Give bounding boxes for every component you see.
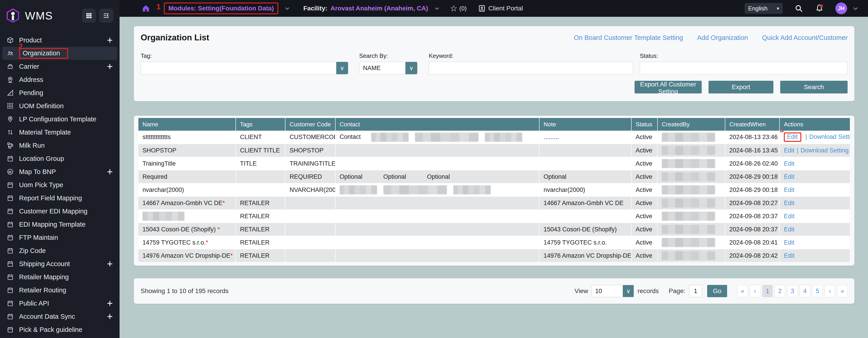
expand-plus-icon[interactable]: +	[107, 258, 113, 270]
expand-plus-icon[interactable]: +	[107, 166, 113, 177]
pager-page-2[interactable]: 2	[775, 285, 785, 297]
cell-customer-code	[285, 236, 335, 249]
page-size-select[interactable]: 10 ∨	[592, 285, 634, 297]
pager-arrow[interactable]: ›	[825, 285, 835, 297]
sidebar-item-zip-code[interactable]: Zip Code	[0, 244, 120, 257]
sidebar-item-carrier[interactable]: Carrier+	[0, 60, 120, 73]
expand-plus-icon[interactable]: +	[107, 61, 113, 72]
action-link-edit[interactable]: Edit	[784, 226, 795, 233]
filters-card: Organization List On Board Customer Temp…	[134, 26, 855, 101]
sidebar-item-pick-pack-guideline[interactable]: Pick & Pack guideline	[0, 323, 120, 336]
action-link-edit[interactable]: Edit	[784, 213, 795, 220]
sidebar-item-map-to-bnp[interactable]: Map To BNP+	[0, 165, 120, 178]
sidebar-item-organization[interactable]: Organization2	[2, 47, 117, 60]
facility-chevron-icon[interactable]	[434, 5, 440, 11]
cell-status: Active	[631, 223, 657, 236]
sidebar-item-material-template[interactable]: Material Template	[0, 126, 120, 139]
search-button[interactable]: Search	[780, 81, 847, 93]
home-icon[interactable]	[142, 4, 150, 12]
link-onboard-customer-template-setting[interactable]: On Board Customer Template Setting	[574, 34, 683, 41]
pager-page-3[interactable]: 3	[787, 285, 798, 297]
cell-createdwhen: 2024-08-16 13:45	[725, 144, 780, 157]
cell-createdwhen: 2024-09-08 20:37	[725, 223, 780, 236]
sidebar-item-customer-edi-mapping[interactable]: Customer EDI Mapping	[0, 205, 120, 218]
action-link-edit[interactable]: Edit	[784, 252, 795, 259]
tag-select-chevron-icon[interactable]: ∨	[336, 62, 348, 74]
sidebar-item-lp-configuration-template[interactable]: LP Configuration Template	[0, 113, 120, 126]
sidebar-item-retailer-routing[interactable]: Retailer Routing	[0, 283, 120, 297]
modules-dropdown[interactable]: Modules: Setting(Foundation Data)	[164, 2, 278, 14]
pager-arrow[interactable]: ‹	[750, 285, 760, 297]
sidebar-item-account-data-sync[interactable]: Account Data Sync+	[0, 310, 120, 323]
pager-page-5[interactable]: 5	[812, 285, 823, 297]
action-link-edit[interactable]: Edit	[784, 199, 795, 207]
sidebar-item-address[interactable]: Address	[0, 73, 120, 86]
language-select[interactable]: English ▾	[745, 3, 783, 14]
cell-contact: OptionalOptionalOptional	[335, 170, 539, 183]
action-link-edit[interactable]: Edit	[784, 239, 795, 246]
pager-page-1[interactable]: 1	[762, 285, 773, 297]
action-link-download-setting[interactable]: Download Setting	[801, 147, 849, 154]
page-number-input[interactable]	[689, 285, 702, 297]
column-header-contact: Contact	[335, 118, 539, 131]
cell-createdwhen: 2024-08-26 02:40	[725, 157, 780, 170]
cell-createdby	[657, 196, 725, 210]
page-label: Page:	[669, 287, 685, 295]
page-size-chevron-icon[interactable]: ∨	[623, 285, 633, 297]
account-chevron-icon[interactable]	[852, 5, 859, 12]
sidebar-item-uom-pick-type[interactable]: Uom Pick Type	[0, 178, 120, 191]
export-all-customer-setting-button[interactable]: Export All Customer Setting	[634, 81, 702, 93]
link-quick-add-account-customer[interactable]: Quick Add Account/Customer	[762, 34, 847, 41]
pager-arrow[interactable]: »	[837, 285, 847, 297]
client-portal-button[interactable]: Client Portal	[478, 4, 523, 12]
action-link-edit[interactable]: Edit	[787, 133, 798, 140]
cell-status: Active	[631, 131, 657, 144]
export-button[interactable]: Export	[709, 81, 773, 93]
pager-arrow[interactable]: «	[737, 285, 748, 297]
go-button[interactable]: Go	[707, 285, 727, 297]
tag-select[interactable]: ∨	[141, 62, 348, 74]
sidebar-item-ftp-maintain[interactable]: FTP Maintain	[0, 231, 120, 244]
apps-grid-button[interactable]	[82, 9, 96, 23]
sidebar-item-retailer-mapping[interactable]: Retailer Mapping	[0, 270, 120, 283]
sidebar-item-edi-mapping-template[interactable]: EDI Mapping Template	[0, 218, 120, 231]
calendar-icon	[6, 182, 14, 188]
sidebar-item-milk-run[interactable]: Milk Run	[0, 139, 120, 152]
sidebar-item-pending[interactable]: Pending	[0, 86, 120, 99]
favorites-star-icon[interactable]: ☆	[450, 4, 458, 13]
language-value: English	[748, 5, 768, 12]
facility-value[interactable]: Arovast Anaheim (Anaheim, CA)	[331, 5, 428, 12]
status-input[interactable]	[640, 62, 847, 74]
avatar[interactable]: JH	[835, 2, 847, 14]
sidebar-item-label: FTP Maintain	[19, 234, 58, 241]
action-link-download-setting[interactable]: Download Setting	[809, 133, 850, 140]
expand-plus-icon[interactable]: +	[107, 298, 113, 309]
sidebar-item-uom-definition[interactable]: UOM Definition	[0, 99, 120, 113]
expand-plus-icon[interactable]: +	[107, 311, 113, 322]
notifications-bell-icon[interactable]	[815, 4, 824, 13]
sidebar-item-product[interactable]: Product+	[0, 34, 120, 47]
column-header-name: Name	[138, 118, 236, 131]
cell-actions: Edit|Download Setting	[779, 144, 850, 157]
search-by-chevron-icon[interactable]: ∨	[405, 62, 417, 74]
keyword-input[interactable]	[429, 62, 633, 74]
expand-plus-icon[interactable]: +	[107, 34, 113, 46]
table-row: 14976 Amazon VC Dropship-DE*RETAILER1497…	[138, 249, 850, 262]
modules-chevron-icon[interactable]	[284, 5, 290, 11]
sidebar-item-report-field-mapping[interactable]: Report Field Mapping	[0, 191, 120, 205]
pager-page-4[interactable]: 4	[800, 285, 810, 297]
action-link-edit[interactable]: Edit	[784, 160, 795, 167]
collapse-sidebar-button[interactable]	[99, 9, 113, 23]
action-link-edit[interactable]: Edit	[784, 186, 795, 193]
calendar-icon	[6, 260, 14, 267]
action-link-edit[interactable]: Edit	[784, 147, 795, 154]
action-link-edit[interactable]: Edit	[784, 173, 795, 180]
cell-customer-code	[285, 210, 335, 223]
column-header-customer-code: Customer Code	[285, 118, 335, 131]
search-by-select[interactable]: NAME ∨	[359, 62, 417, 74]
sidebar-item-location-group[interactable]: Location Group	[0, 152, 120, 165]
sidebar-item-shipping-account[interactable]: Shipping Account+	[0, 257, 120, 270]
link-add-organization[interactable]: Add Organization	[697, 34, 748, 41]
search-icon[interactable]	[795, 4, 803, 13]
sidebar-item-public-api[interactable]: Public API+	[0, 297, 120, 310]
